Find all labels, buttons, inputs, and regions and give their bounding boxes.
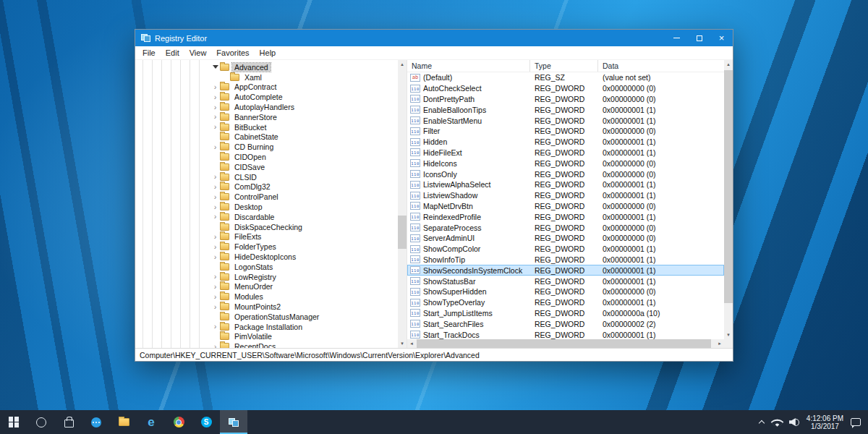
value-row-start-trackdocs[interactable]: 110Start_TrackDocsREG_DWORD0x00000001 (1… bbox=[407, 329, 724, 339]
close-button[interactable]: × bbox=[710, 30, 733, 46]
tree-item-hidedesktopicons[interactable]: ›HideDesktopIcons bbox=[135, 252, 407, 262]
maximize-button[interactable] bbox=[688, 30, 710, 46]
menu-help[interactable]: Help bbox=[255, 48, 281, 57]
taskbar-store-button[interactable] bbox=[55, 410, 82, 434]
tree-item-discardable[interactable]: ›Discardable bbox=[135, 212, 407, 222]
expand-chevron-icon[interactable]: › bbox=[210, 93, 220, 101]
expand-chevron-icon[interactable]: › bbox=[210, 103, 220, 111]
taskbar-skype-button[interactable] bbox=[192, 410, 220, 434]
value-row-showstatusbar[interactable]: 110ShowStatusBarREG_DWORD0x00000001 (1) bbox=[407, 276, 724, 286]
tree-item-fileexts[interactable]: ›FileExts bbox=[135, 232, 407, 242]
tree-item-comdlg32[interactable]: ›ComDlg32 bbox=[135, 182, 407, 192]
value-row-default[interactable]: ab(Default)REG_SZ(value not set) bbox=[407, 72, 724, 83]
value-row-listviewshadow[interactable]: 110ListviewShadowREG_DWORD0x00000001 (1) bbox=[407, 190, 724, 201]
tree-item-bitbucket[interactable]: ›BitBucket bbox=[135, 122, 407, 132]
chevron-up-icon[interactable] bbox=[758, 419, 765, 425]
column-header-name[interactable]: Name bbox=[407, 60, 530, 72]
scroll-right-arrow-icon[interactable]: ▸ bbox=[715, 339, 724, 348]
tree-item-operationstatusmanager[interactable]: OperationStatusManager bbox=[135, 312, 407, 322]
value-row-iconsonly[interactable]: 110IconsOnlyREG_DWORD0x00000000 (0) bbox=[407, 169, 724, 179]
expand-chevron-icon[interactable]: › bbox=[210, 183, 220, 191]
tree-item-cabinetstate[interactable]: CabinetState bbox=[135, 132, 407, 142]
tree-item-cd-burning[interactable]: ›CD Burning bbox=[135, 142, 407, 152]
scroll-down-arrow-icon[interactable]: ▾ bbox=[724, 331, 733, 339]
tree-item-diskspacechecking[interactable]: DiskSpaceChecking bbox=[135, 222, 407, 232]
value-row-showsuperhidden[interactable]: 110ShowSuperHiddenREG_DWORD0x00000000 (0… bbox=[407, 286, 724, 297]
value-row-start-jumplistitems[interactable]: 110Start_JumpListItemsREG_DWORD0x0000000… bbox=[407, 308, 724, 319]
expand-chevron-icon[interactable]: › bbox=[210, 323, 220, 331]
menu-file[interactable]: File bbox=[137, 48, 161, 57]
tree-item-appcontract[interactable]: ›AppContract bbox=[135, 82, 407, 93]
tree-item-autocomplete[interactable]: ›AutoComplete bbox=[135, 92, 407, 102]
expand-chevron-icon[interactable]: › bbox=[210, 113, 220, 121]
action-center-icon[interactable] bbox=[851, 418, 861, 426]
expand-chevron-icon[interactable]: › bbox=[210, 343, 220, 348]
taskbar-file-explorer-button[interactable] bbox=[110, 410, 137, 434]
expand-chevron-icon[interactable]: › bbox=[210, 143, 220, 151]
tree-item-modules[interactable]: ›Modules bbox=[135, 292, 407, 302]
scroll-down-arrow-icon[interactable]: ▾ bbox=[398, 339, 407, 348]
tree-vertical-scrollbar[interactable]: ▴ ▾ bbox=[398, 60, 407, 348]
tree-item-xaml[interactable]: Xaml bbox=[135, 72, 407, 82]
column-header-data[interactable]: Data bbox=[598, 60, 724, 72]
expand-chevron-icon[interactable]: › bbox=[210, 273, 220, 281]
collapse-chevron-icon[interactable] bbox=[210, 65, 220, 69]
value-row-mapnetdrvbtn[interactable]: 110MapNetDrvBtnREG_DWORD0x00000000 (0) bbox=[407, 201, 724, 212]
taskbar-chrome-button[interactable] bbox=[165, 410, 192, 434]
expand-chevron-icon[interactable]: › bbox=[210, 123, 220, 131]
expand-chevron-icon[interactable]: › bbox=[210, 283, 220, 291]
expand-chevron-icon[interactable]: › bbox=[210, 303, 220, 311]
taskbar-start-button[interactable] bbox=[0, 410, 27, 434]
expand-chevron-icon[interactable]: › bbox=[210, 173, 220, 181]
value-row-separateprocess[interactable]: 110SeparateProcessREG_DWORD0x00000000 (0… bbox=[407, 222, 724, 233]
scrollbar-thumb[interactable] bbox=[398, 216, 407, 249]
expand-chevron-icon[interactable]: › bbox=[210, 193, 220, 201]
value-row-hidefileext[interactable]: 110HideFileExtREG_DWORD0x00000001 (1) bbox=[407, 148, 724, 158]
column-header-type[interactable]: Type bbox=[530, 60, 598, 72]
expand-chevron-icon[interactable]: › bbox=[210, 253, 220, 261]
tree-item-desktop[interactable]: ›Desktop bbox=[135, 202, 407, 212]
value-row-showinfotip[interactable]: 110ShowInfoTipREG_DWORD0x00000001 (1) bbox=[407, 255, 724, 265]
value-row-dontprettypath[interactable]: 110DontPrettyPathREG_DWORD0x00000000 (0) bbox=[407, 94, 724, 105]
value-row-enableballoontips[interactable]: 110EnableBalloonTipsREG_DWORD0x00000001 … bbox=[407, 104, 724, 115]
tree-item-bannerstore[interactable]: ›BannerStore bbox=[135, 112, 407, 122]
tree-item-foldertypes[interactable]: ›FolderTypes bbox=[135, 242, 407, 252]
value-row-reindexedprofile[interactable]: 110ReindexedProfileREG_DWORD0x00000001 (… bbox=[407, 211, 724, 222]
menu-favorites[interactable]: Favorites bbox=[211, 48, 254, 57]
volume-icon[interactable] bbox=[789, 418, 799, 426]
taskbar-registry-editor-button[interactable] bbox=[220, 410, 247, 434]
tree-item-pimvolatile[interactable]: PimVolatile bbox=[135, 332, 407, 342]
tree-item-lowregistry[interactable]: ›LowRegistry bbox=[135, 272, 407, 282]
scroll-left-arrow-icon[interactable]: ◂ bbox=[407, 339, 416, 348]
tree-item-autoplayhandlers[interactable]: ›AutoplayHandlers bbox=[135, 102, 407, 112]
scroll-up-arrow-icon[interactable]: ▴ bbox=[724, 60, 733, 69]
value-row-listviewalphaselect[interactable]: 110ListviewAlphaSelectREG_DWORD0x0000000… bbox=[407, 179, 724, 190]
minimize-button[interactable] bbox=[665, 30, 688, 46]
menu-edit[interactable]: Edit bbox=[161, 48, 184, 57]
tree-item-recentdocs[interactable]: ›RecentDocs bbox=[135, 341, 407, 348]
expand-chevron-icon[interactable]: › bbox=[210, 243, 220, 251]
expand-chevron-icon[interactable]: › bbox=[210, 293, 220, 301]
taskbar-edge-button[interactable] bbox=[137, 410, 165, 434]
expand-chevron-icon[interactable]: › bbox=[210, 233, 220, 241]
value-row-showtypeoverlay[interactable]: 110ShowTypeOverlayREG_DWORD0x00000001 (1… bbox=[407, 297, 724, 308]
list-vertical-scrollbar[interactable]: ▴ ▾ bbox=[724, 60, 733, 339]
scroll-up-arrow-icon[interactable]: ▴ bbox=[398, 60, 407, 69]
expand-chevron-icon[interactable]: › bbox=[210, 203, 220, 211]
value-row-start-searchfiles[interactable]: 110Start_SearchFilesREG_DWORD0x00000002 … bbox=[407, 318, 724, 329]
tree-item-package-installation[interactable]: ›Package Installation bbox=[135, 322, 407, 332]
value-row-showcompcolor[interactable]: 110ShowCompColorREG_DWORD0x00000001 (1) bbox=[407, 244, 724, 255]
expand-chevron-icon[interactable]: › bbox=[210, 83, 220, 91]
tree-item-advanced[interactable]: Advanced bbox=[135, 62, 407, 72]
value-row-filter[interactable]: 110FilterREG_DWORD0x00000000 (0) bbox=[407, 126, 724, 137]
value-row-serveradminui[interactable]: 110ServerAdminUIREG_DWORD0x00000000 (0) bbox=[407, 233, 724, 244]
taskbar-cortana-button[interactable] bbox=[27, 410, 55, 434]
tree-item-logonstats[interactable]: LogonStats bbox=[135, 262, 407, 272]
horizontal-scrollbar[interactable]: ◂ ▸ bbox=[407, 339, 724, 348]
tree-item-cidopen[interactable]: CIDOpen bbox=[135, 152, 407, 162]
value-row-hideicons[interactable]: 110HideIconsREG_DWORD0x00000000 (0) bbox=[407, 158, 724, 169]
value-row-showsecondsinsystemclock[interactable]: 110ShowSecondsInSystemClockREG_DWORD0x00… bbox=[407, 265, 724, 276]
tree-item-controlpanel[interactable]: ›ControlPanel bbox=[135, 192, 407, 202]
value-row-enablestartmenu[interactable]: 110EnableStartMenuREG_DWORD0x00000001 (1… bbox=[407, 115, 724, 126]
menu-view[interactable]: View bbox=[184, 48, 212, 57]
